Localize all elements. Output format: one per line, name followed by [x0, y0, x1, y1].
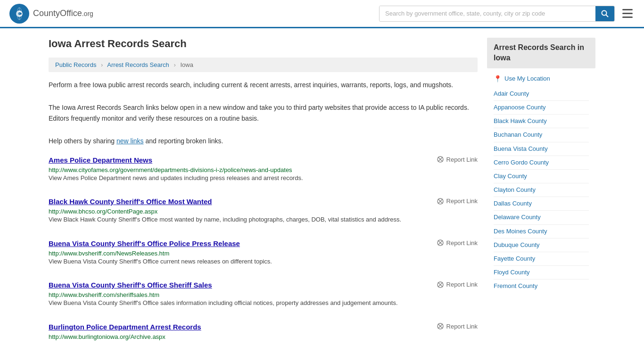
report-icon-4: [437, 323, 444, 329]
sidebar-county-item: Buena Vista County: [494, 142, 589, 156]
sidebar-county-link-3[interactable]: Buchanan County: [494, 131, 542, 138]
result-desc-1: View Black Hawk County Sheriff's Office …: [49, 215, 478, 224]
sidebar-county-item: Fremont County: [494, 280, 589, 293]
report-label-0: Report Link: [446, 156, 478, 163]
result-title-0[interactable]: Ames Police Department News: [49, 156, 152, 164]
sidebar-county-link-5[interactable]: Cerro Gordo County: [494, 159, 549, 166]
result-item: Buena Vista County Sheriff's Office Poli…: [49, 239, 478, 270]
result-desc-2: View Buena Vista County Sheriff's Office…: [49, 257, 478, 266]
result-url-3[interactable]: http://www.bvsheriff.com/sheriffsales.ht…: [49, 291, 159, 298]
result-url-4[interactable]: http://www.burlingtoniowa.org/Archive.as…: [49, 333, 165, 340]
sidebar-county-item: Clayton County: [494, 183, 589, 197]
result-title-2[interactable]: Buena Vista County Sheriff's Office Poli…: [49, 239, 240, 247]
result-header: Burlington Police Department Arrest Reco…: [49, 323, 478, 331]
breadcrumb-sep-1: ›: [101, 61, 103, 68]
svg-line-6: [606, 15, 609, 17]
search-bar: [379, 6, 615, 22]
location-icon: 📍: [494, 75, 502, 82]
description-para3: Help others by sharing new links and rep…: [49, 136, 478, 146]
result-desc-0: View Ames Police Department news and upd…: [49, 173, 478, 183]
result-item: Buena Vista County Sheriff's Office Sher…: [49, 281, 478, 312]
sidebar-county-link-13[interactable]: Floyd County: [494, 269, 530, 276]
report-link-3[interactable]: Report Link: [437, 281, 478, 288]
results-list: Ames Police Department News Report Link …: [49, 156, 478, 344]
report-icon-1: [437, 198, 444, 205]
sidebar-county-link-8[interactable]: Dallas County: [494, 200, 532, 207]
sidebar-county-item: Black Hawk County: [494, 115, 589, 128]
menu-line-1: [622, 9, 633, 10]
report-link-4[interactable]: Report Link: [437, 323, 478, 330]
sidebar-county-link-11[interactable]: Dubuque County: [494, 241, 540, 248]
result-header: Buena Vista County Sheriff's Office Poli…: [49, 239, 478, 247]
result-url-2[interactable]: http://www.bvsheriff.com/NewsReleases.ht…: [49, 250, 169, 257]
result-item: Ames Police Department News Report Link …: [49, 156, 478, 187]
report-link-0[interactable]: Report Link: [437, 156, 478, 163]
sidebar-county-link-2[interactable]: Black Hawk County: [494, 117, 547, 124]
result-url-1[interactable]: http://www.bhcso.org/ContentPage.aspx: [49, 208, 157, 215]
report-label-4: Report Link: [446, 323, 478, 330]
logo-text: CountyOffice.org: [33, 8, 93, 18]
report-icon-0: [437, 156, 444, 163]
menu-button[interactable]: [620, 7, 635, 20]
result-title-1[interactable]: Black Hawk County Sheriff's Office Most …: [49, 197, 212, 206]
results-container: Ames Police Department News Report Link …: [49, 156, 478, 344]
description-para1: Perform a free Iowa public arrest record…: [49, 80, 478, 90]
sidebar-county-link-4[interactable]: Buena Vista County: [494, 145, 548, 152]
sidebar: Arrest Records Search in Iowa 📍 Use My L…: [487, 38, 595, 355]
sidebar-county-link-7[interactable]: Clayton County: [494, 186, 536, 193]
breadcrumb-sep-2: ›: [173, 61, 175, 68]
sidebar-county-link-0[interactable]: Adair County: [494, 90, 529, 97]
report-label-2: Report Link: [446, 239, 478, 247]
report-label-1: Report Link: [446, 197, 478, 205]
sidebar-county-item: Appanoose County: [494, 101, 589, 115]
report-label-3: Report Link: [446, 281, 478, 288]
header-right: [379, 6, 635, 22]
search-input[interactable]: [380, 6, 595, 21]
svg-point-5: [602, 10, 607, 15]
result-title-4[interactable]: Burlington Police Department Arrest Reco…: [49, 323, 201, 331]
result-header: Black Hawk County Sheriff's Office Most …: [49, 197, 478, 206]
menu-line-2: [622, 13, 633, 14]
sidebar-county-link-1[interactable]: Appanoose County: [494, 104, 546, 111]
logo-icon: C: [9, 4, 29, 24]
menu-line-3: [622, 16, 633, 18]
logo-area: C CountyOffice.org: [9, 4, 93, 24]
sidebar-county-link-14[interactable]: Fremont County: [494, 282, 537, 289]
main-container: Iowa Arrest Records Search Public Record…: [39, 28, 605, 362]
sidebar-county-list: Adair CountyAppanoose CountyBlack Hawk C…: [487, 87, 595, 293]
sidebar-county-item: Dallas County: [494, 197, 589, 211]
result-header: Ames Police Department News Report Link: [49, 156, 478, 164]
new-links-link[interactable]: new links: [116, 137, 144, 145]
sidebar-county-item: Fayette County: [494, 252, 589, 266]
report-icon-2: [437, 239, 444, 246]
report-icon-3: [437, 281, 444, 288]
result-item: Burlington Police Department Arrest Reco…: [49, 323, 478, 344]
description-para2: The Iowa Arrest Records Search links bel…: [49, 102, 478, 123]
sidebar-county-item: Floyd County: [494, 266, 589, 280]
report-link-2[interactable]: Report Link: [437, 239, 478, 247]
sidebar-county-item: Adair County: [494, 87, 589, 101]
report-link-1[interactable]: Report Link: [437, 197, 478, 205]
sidebar-county-item: Des Moines County: [494, 225, 589, 239]
result-title-3[interactable]: Buena Vista County Sheriff's Office Sher…: [49, 281, 212, 289]
use-my-location[interactable]: 📍 Use My Location: [487, 72, 595, 85]
result-url-0[interactable]: http://www.cityofames.org/government/dep…: [49, 166, 292, 173]
sidebar-county-item: Clay County: [494, 170, 589, 183]
sidebar-county-link-6[interactable]: Clay County: [494, 173, 527, 180]
breadcrumb-public-records[interactable]: Public Records: [55, 61, 96, 68]
sidebar-county-item: Delaware County: [494, 211, 589, 224]
result-header: Buena Vista County Sheriff's Office Sher…: [49, 281, 478, 289]
search-button[interactable]: [595, 6, 614, 21]
content-area: Iowa Arrest Records Search Public Record…: [49, 38, 478, 355]
breadcrumb: Public Records › Arrest Records Search ›…: [49, 58, 478, 72]
sidebar-county-link-9[interactable]: Delaware County: [494, 214, 541, 221]
header: C CountyOffice.org: [0, 0, 644, 28]
sidebar-title: Arrest Records Search in Iowa: [487, 38, 595, 68]
sidebar-county-link-10[interactable]: Des Moines County: [494, 228, 547, 235]
sidebar-county-item: Cerro Gordo County: [494, 156, 589, 170]
sidebar-county-link-12[interactable]: Fayette County: [494, 255, 535, 262]
sidebar-county-item: Dubuque County: [494, 239, 589, 252]
breadcrumb-arrest-records[interactable]: Arrest Records Search: [107, 61, 169, 68]
result-desc-3: View Buena Vista County Sheriff's Office…: [49, 298, 478, 308]
sidebar-county-item: Buchanan County: [494, 128, 589, 142]
